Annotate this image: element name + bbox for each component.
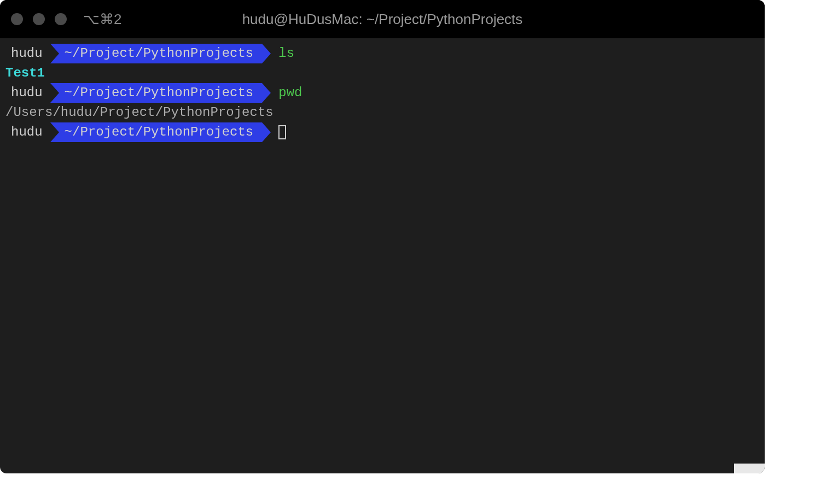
terminal-window: ⌥⌘2 hudu@HuDusMac: ~/Project/PythonProje… (0, 0, 765, 473)
prompt-path-segment: ~/Project/PythonProjects (50, 83, 263, 103)
command-text: ls (278, 44, 294, 63)
prompt-user-segment: hudu (0, 44, 50, 63)
output-path-text: /Users/hudu/Project/PythonProjects (5, 103, 273, 122)
output-line: Test1 (0, 63, 765, 83)
prompt-user-segment: hudu (0, 83, 50, 103)
minimize-button[interactable] (33, 13, 45, 25)
title-bar: ⌥⌘2 hudu@HuDusMac: ~/Project/PythonProje… (0, 0, 765, 38)
prompt-line: hudu ~/Project/PythonProjects ls (0, 44, 765, 63)
prompt-path-segment: ~/Project/PythonProjects (50, 122, 263, 142)
maximize-button[interactable] (55, 13, 67, 25)
prompt-user-segment: hudu (0, 122, 50, 142)
scroll-indicator[interactable] (734, 464, 765, 473)
cursor[interactable] (278, 125, 286, 139)
terminal-content[interactable]: hudu ~/Project/PythonProjects ls Test1 h… (0, 38, 765, 148)
window-title: hudu@HuDusMac: ~/Project/PythonProjects (242, 11, 523, 28)
prompt-line: hudu ~/Project/PythonProjects pwd (0, 83, 765, 103)
prompt-line: hudu ~/Project/PythonProjects (0, 122, 765, 142)
traffic-lights (11, 13, 67, 25)
command-text: pwd (278, 83, 302, 103)
prompt-path-segment: ~/Project/PythonProjects (50, 44, 263, 63)
close-button[interactable] (11, 13, 23, 25)
output-line: /Users/hudu/Project/PythonProjects (0, 103, 765, 122)
tab-shortcut-label: ⌥⌘2 (83, 11, 121, 28)
output-directory-name: Test1 (5, 63, 45, 83)
